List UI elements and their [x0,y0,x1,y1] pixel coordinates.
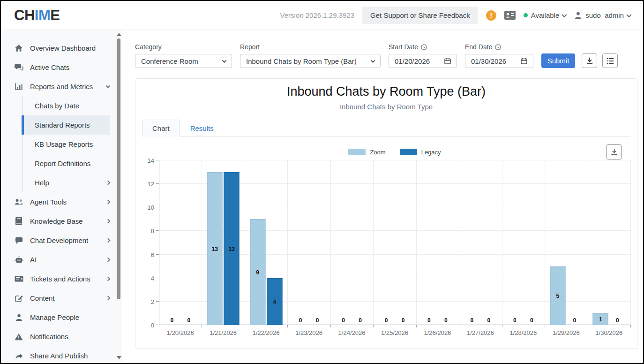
sidebar-item-chat-development[interactable]: Chat Development [1,231,122,250]
start-date-value: 01/20/2026 [395,57,430,65]
x-axis-category-label: 1/25/2026 [373,329,416,336]
sidebar-item-kb-usage-reports[interactable]: KB Usage Reports [22,135,110,154]
bar-group: 00 [164,160,196,325]
sidebar-item-knowledge-base[interactable]: Knowledge Base [1,212,122,231]
availability-label: Available [531,11,560,19]
submit-button[interactable]: Submit [541,53,575,68]
chime-logo[interactable]: CHIME [14,7,60,24]
sidebar-item-share-and-publish[interactable]: Share And Publish [1,346,122,363]
x-axis-category-label: 1/27/2026 [459,329,502,336]
bar-slot: 0 [524,160,539,325]
bar-group: 00 [336,160,368,325]
report-select[interactable]: Inbound Chats by Room Type (Bar) [240,54,381,68]
category-column: 001/24/2026 [330,160,373,325]
alert-icon [14,333,23,341]
x-axis-tick [588,325,588,327]
plot-area: 02468101214001/20/202613131/21/2026941/2… [159,160,630,325]
sidebar-item-manage-people[interactable]: Manage People [1,308,122,327]
start-date-label: Start Date [389,43,418,51]
report-subtitle: Inbound Chats by Room Type [142,103,630,111]
tab-results[interactable]: Results [180,120,224,137]
bar-group: 00 [507,160,539,325]
clock-icon [495,44,501,50]
category-column: 501/29/2026 [545,160,587,325]
bar-slot: 0 [352,160,368,325]
sidebar-scrollbar[interactable] [115,30,122,363]
bar-group: 00 [293,160,325,325]
bar-value-label: 0 [352,317,368,324]
report-card: Inbound Chats by Room Type (Bar) Inbound… [135,78,637,349]
warning-icon[interactable]: ! [486,10,496,21]
report-label: Report [240,43,381,51]
bar-value-label: 0 [610,317,625,324]
legend-item[interactable]: Zoom [348,149,385,156]
sidebar-item-standard-reports[interactable]: Standard Reports [22,115,110,135]
sidebar-item-content[interactable]: Content [1,288,122,308]
sidebar-item-ai[interactable]: AI [1,250,122,269]
x-axis-tick [373,325,374,327]
bar-value-label: 0 [293,317,308,324]
scroll-up-arrow[interactable] [117,33,121,36]
legend-swatch [400,149,417,155]
category-value: Conference Room [141,57,198,65]
sidebar-item-overview-dashboard[interactable]: Overview Dashboard [1,38,122,58]
bar-slot: 0 [481,160,496,325]
support-feedback-button[interactable]: Get Support or Share Feedback [362,7,478,24]
scroll-down-arrow[interactable] [117,356,121,359]
x-axis-category-label: 1/21/2026 [202,329,244,336]
bar-group: 00 [378,160,411,325]
bar-slot: 0 [464,160,479,325]
bar-slot: 9 [250,160,265,325]
chart-container: ZoomLegacy 02468101214001/20/202613131/2… [142,144,630,325]
tab-chart[interactable]: Chart [142,120,180,137]
bar-slot: 5 [550,160,565,325]
x-axis-category-label: 1/23/2026 [287,329,330,336]
status-dot [524,13,528,17]
user-menu-dropdown[interactable]: sudo_admin [574,11,631,19]
calendar-icon [521,58,527,64]
category-select[interactable]: Conference Room [135,54,232,68]
contact-card-icon[interactable] [504,11,516,20]
report-list-button[interactable] [602,53,618,68]
edit-icon [14,294,23,302]
chevron-right-icon [106,258,111,262]
bar-value-label: 13 [207,246,223,252]
bar-value-label: 0 [395,317,411,324]
availability-dropdown[interactable]: Available [524,11,567,19]
sidebar-item-tickets-and-actions[interactable]: Tickets and Actions [1,269,122,288]
category-column: 13131/21/2026 [202,160,244,325]
y-axis-tick-label: 6 [151,251,154,258]
bar-value-label: 0 [464,317,479,324]
sidebar-item-reports-and-metrics[interactable]: Reports and Metrics [1,77,122,96]
bar-slot: 0 [181,160,196,325]
export-download-button[interactable] [582,53,597,68]
legend-item[interactable]: Legacy [400,149,441,156]
end-date-input[interactable]: 01/30/2026 [465,54,533,68]
category-column: 001/26/2026 [416,160,459,325]
category-column: 101/30/2026 [588,160,630,325]
x-axis-category-label: 1/20/2026 [159,329,202,336]
chart-download-button[interactable] [607,144,622,159]
chevron-down-icon [222,58,227,63]
bar-group: 00 [464,160,496,325]
bar-value-label: 0 [181,317,196,324]
bar-slot: 0 [610,160,625,325]
start-date-input[interactable]: 01/20/2026 [389,54,457,68]
sidebar-item-agent-tools[interactable]: Agent Tools [1,192,122,212]
x-axis-tick [287,325,288,327]
sidebar-item-active-chats[interactable]: Active Chats [1,58,122,77]
logo-text: CH [14,7,35,23]
chevron-right-icon [106,277,111,281]
bar-slot: 0 [378,160,394,325]
legend-label: Zoom [370,149,385,156]
sidebar-item-report-definitions[interactable]: Report Definitions [22,154,110,173]
chevron-right-icon [106,219,111,224]
scrollbar-thumb[interactable] [117,38,120,299]
chevron-down-icon [562,12,567,17]
home-icon [14,44,23,52]
sidebar-item-help[interactable]: Help [22,173,110,192]
x-axis-tick [330,325,331,327]
sidebar-item-notifications[interactable]: Notifications [1,327,122,346]
sidebar-item-chats-by-date[interactable]: Chats by Date [22,96,110,115]
x-axis-tick [245,325,245,327]
